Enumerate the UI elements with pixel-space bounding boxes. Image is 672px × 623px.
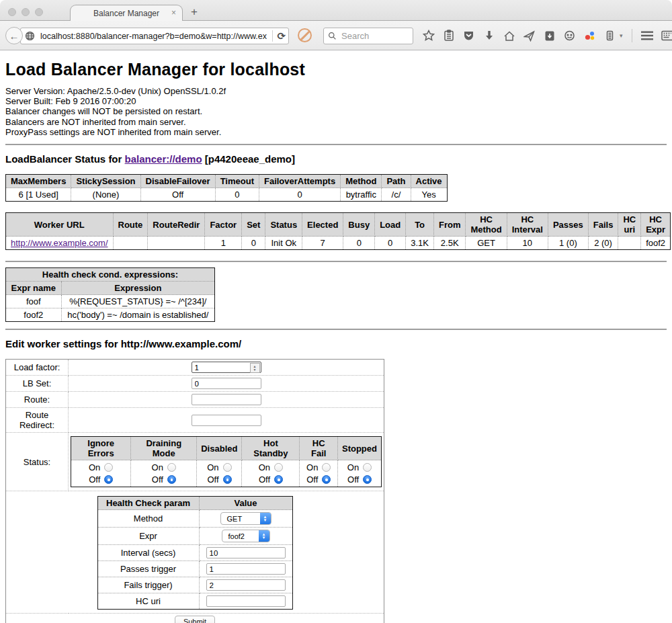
- status-draining-mode-off-radio[interactable]: [167, 475, 176, 484]
- spinner-icon[interactable]: ▲▼: [250, 363, 260, 373]
- hc-col-value: Value: [199, 497, 292, 510]
- passes-input[interactable]: [206, 563, 286, 575]
- radio-label: On: [259, 462, 270, 472]
- new-tab-button[interactable]: +: [191, 6, 198, 17]
- tab-balancer-manager[interactable]: Balancer Manager ×: [70, 5, 183, 21]
- hello-smiley-icon[interactable]: [563, 30, 576, 42]
- route-redirect-input[interactable]: [192, 415, 261, 426]
- hc-uri-label: HC uri: [97, 593, 199, 610]
- col-header-factor: Factor: [205, 213, 242, 237]
- status-hc-fail-off-radio[interactable]: [322, 475, 331, 484]
- interval-label: Interval (secs): [97, 545, 199, 561]
- window-controls[interactable]: [8, 8, 43, 16]
- balancer-status-prefix: LoadBalancer Status for: [5, 153, 125, 165]
- expr-name: foof: [6, 295, 62, 308]
- search-input[interactable]: [340, 30, 409, 42]
- menu-icon[interactable]: [641, 30, 654, 42]
- keyboard-grid-icon[interactable]: [661, 30, 672, 42]
- radio-label: On: [347, 462, 359, 472]
- worker-status-table: Worker URLRouteRouteRedirFactorSetStatus…: [5, 212, 671, 250]
- col-header-set: Set: [242, 213, 265, 237]
- cell-factor: 1: [205, 237, 242, 250]
- col-header-busy: Busy: [343, 213, 375, 237]
- interval-input[interactable]: [206, 547, 286, 558]
- tab-close-icon[interactable]: ×: [171, 8, 176, 17]
- cell-from: 2.5K: [433, 237, 466, 250]
- page-content: Load Balancer Manager for localhost Serv…: [0, 50, 672, 623]
- select-chevrons-icon: ▲▼: [259, 530, 269, 542]
- lb-set-input[interactable]: [192, 378, 261, 389]
- status-ignore-errors-on-radio[interactable]: [104, 463, 113, 472]
- fails-input[interactable]: [206, 579, 286, 591]
- globe-icon: [25, 31, 35, 41]
- col-header-expr-name: Expr name: [6, 282, 62, 295]
- cell-timeout: 0: [215, 188, 259, 202]
- reading-list-icon[interactable]: [442, 30, 455, 42]
- battery-list-icon[interactable]: [603, 30, 616, 42]
- divider: [5, 261, 667, 262]
- bookmark-star-icon[interactable]: [422, 30, 435, 42]
- window-close-button[interactable]: [8, 8, 16, 16]
- reload-icon[interactable]: ⟳: [277, 31, 286, 41]
- worker-url-link[interactable]: http://www.example.com/: [11, 238, 108, 248]
- balancer-link[interactable]: balancer://demo: [125, 153, 202, 165]
- expr-table-title: Health check cond. expressions:: [6, 268, 215, 282]
- cell-failoverattempts: 0: [259, 188, 340, 202]
- status-disabled-on-radio[interactable]: [223, 463, 232, 472]
- cell-hc-interval: 10: [507, 237, 548, 250]
- col-header-hc-expr: HC Expr: [641, 213, 671, 237]
- window-minimize-button[interactable]: [22, 8, 30, 16]
- status-hot-standby-on-radio[interactable]: [274, 463, 283, 472]
- back-button[interactable]: ←: [5, 27, 23, 44]
- radio-label: Off: [347, 474, 359, 485]
- share-icon[interactable]: [523, 30, 536, 42]
- search-bar[interactable]: [323, 28, 413, 44]
- expr-value: %{REQUEST_STATUS} =~ /^[234]/: [61, 295, 214, 308]
- table-row: http://www.example.com/10Init Ok7003.1K2…: [6, 237, 671, 250]
- form-row-submit: Submit: [6, 614, 384, 623]
- edit-worker-form: Load factor:▲▼LB Set:Route:Route Redirec…: [5, 359, 384, 623]
- hc-col-health-check-param: Health Check param: [97, 497, 199, 510]
- status-col-disabled: Disabled: [197, 437, 242, 460]
- submit-button[interactable]: Submit: [175, 616, 215, 623]
- pocket-icon[interactable]: [462, 30, 475, 42]
- server-info-line: Server Built: Feb 9 2016 07:00:20: [5, 96, 667, 106]
- cell-method: bytraffic: [341, 188, 382, 202]
- status-ignore-errors-off-radio[interactable]: [104, 475, 113, 484]
- status-hot-standby-off-radio[interactable]: [274, 475, 283, 484]
- status-disabled-off-radio[interactable]: [223, 475, 232, 484]
- block-icon[interactable]: [298, 28, 312, 42]
- expr-select[interactable]: foof2▲▼: [222, 530, 270, 542]
- form-row-lb-set: LB Set:: [6, 376, 384, 392]
- header-row: MaxMembersStickySessionDisableFailoverTi…: [6, 175, 448, 188]
- radio-label: Off: [89, 474, 100, 485]
- expr-name: foof2: [6, 308, 62, 322]
- radio-label: On: [152, 462, 163, 472]
- url-input[interactable]: [39, 31, 268, 42]
- hc-uri-input[interactable]: [206, 595, 286, 607]
- status-stopped-on-radio[interactable]: [363, 463, 372, 472]
- extension-dots-icon[interactable]: [583, 30, 596, 42]
- status-cell-disabled: OnOff: [197, 460, 242, 487]
- url-bar[interactable]: ⟳: [20, 28, 289, 44]
- route-input[interactable]: [192, 394, 261, 405]
- route-redirect-label: Route Redirect:: [6, 408, 69, 433]
- page-title: Load Balancer Manager for localhost: [5, 60, 667, 79]
- hc-row-hc-uri: HC uri: [97, 593, 292, 610]
- status-draining-mode-on-radio[interactable]: [167, 463, 176, 472]
- caret-down-icon[interactable]: ▾: [620, 32, 623, 39]
- status-hc-fail-on-radio[interactable]: [322, 463, 331, 472]
- downloads-icon[interactable]: [482, 30, 495, 42]
- hc-row-passes: Passes trigger: [97, 561, 292, 577]
- hc-row-interval: Interval (secs): [97, 545, 292, 561]
- balancer-status-table: MaxMembersStickySessionDisableFailoverTi…: [5, 174, 448, 202]
- method-select[interactable]: GET▲▼: [220, 512, 271, 525]
- expr-select-value: foof2: [228, 532, 245, 540]
- status-stopped-off-radio[interactable]: [363, 475, 372, 484]
- divider: [5, 329, 667, 330]
- panel-download-icon[interactable]: [543, 30, 556, 42]
- radio-label: Off: [207, 474, 218, 485]
- edit-worker-heading: Edit worker settings for http://www.exam…: [5, 338, 667, 349]
- home-icon[interactable]: [503, 30, 515, 42]
- window-zoom-button[interactable]: [35, 8, 43, 16]
